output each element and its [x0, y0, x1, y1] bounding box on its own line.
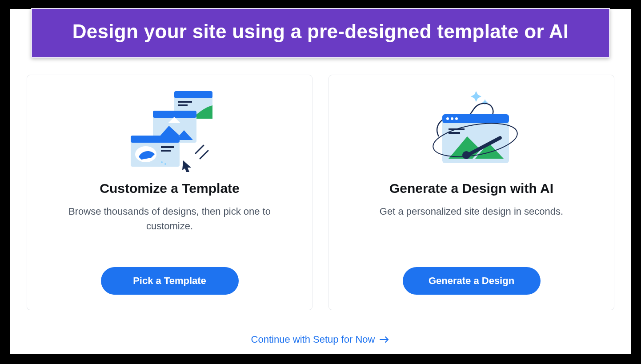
svg-rect-11: [161, 150, 171, 152]
footer-link-row: Continue with Setup for Now: [10, 334, 631, 345]
svg-rect-10: [161, 146, 174, 148]
svg-point-20: [455, 117, 458, 120]
svg-line-14: [196, 145, 204, 153]
cta-label: Generate a Design: [429, 275, 514, 286]
continue-setup-link[interactable]: Continue with Setup for Now: [251, 334, 390, 345]
page-stage: Design your site using a pre-designed te…: [0, 0, 641, 364]
svg-rect-1: [174, 91, 212, 98]
continue-label: Continue with Setup for Now: [251, 334, 375, 345]
svg-rect-22: [449, 132, 460, 134]
svg-line-15: [200, 151, 208, 159]
option-cards-row: Customize a Template Browse thousands of…: [27, 75, 614, 310]
card-generate-ai[interactable]: Generate a Design with AI Get a personal…: [329, 75, 614, 310]
svg-point-13: [164, 163, 166, 165]
svg-rect-5: [153, 111, 196, 118]
svg-point-12: [161, 161, 163, 163]
generate-design-button[interactable]: Generate a Design: [403, 267, 541, 295]
ai-illustration-icon: [423, 88, 521, 172]
svg-rect-2: [178, 101, 192, 103]
svg-point-24: [462, 151, 470, 159]
templates-illustration-icon: [121, 88, 219, 172]
svg-point-19: [451, 117, 453, 120]
svg-point-18: [446, 117, 449, 120]
banner-title: Design your site using a pre-designed te…: [72, 20, 569, 42]
card-title: Generate a Design with AI: [389, 181, 553, 196]
pick-template-button[interactable]: Pick a Template: [101, 267, 239, 295]
svg-rect-3: [178, 104, 188, 106]
card-title: Customize a Template: [100, 181, 240, 196]
svg-rect-8: [131, 136, 180, 143]
white-panel: Design your site using a pre-designed te…: [10, 9, 631, 354]
cta-label: Pick a Template: [133, 275, 206, 286]
card-customize-template[interactable]: Customize a Template Browse thousands of…: [27, 75, 312, 310]
card-description: Get a personalized site design in second…: [380, 204, 563, 219]
card-description: Browse thousands of designs, then pick o…: [54, 204, 285, 233]
page-banner: Design your site using a pre-designed te…: [31, 8, 610, 58]
arrow-right-icon: [379, 336, 390, 344]
